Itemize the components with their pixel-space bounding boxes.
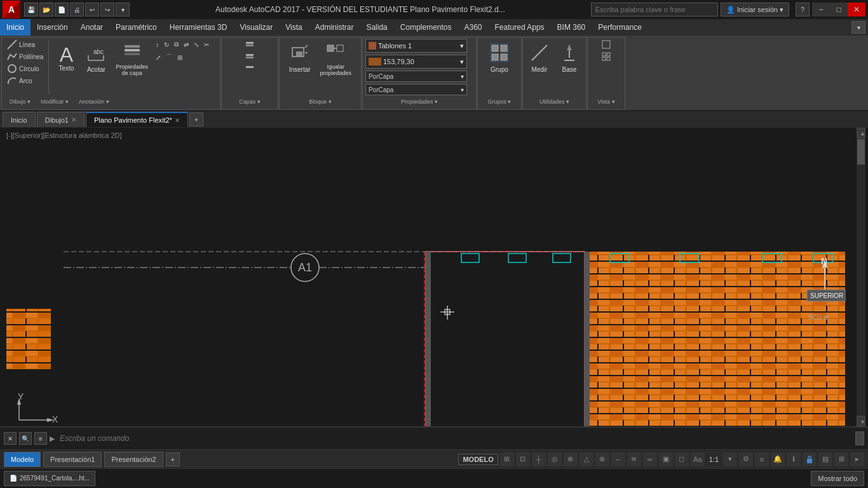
vista-btn1[interactable] — [599, 39, 613, 50]
cmd-menu-btn[interactable]: ≡ — [34, 432, 47, 445]
help-btn[interactable]: ? — [796, 3, 810, 17]
tab-modelo[interactable]: Modelo — [4, 452, 41, 467]
undo-btn[interactable]: ↩ — [85, 3, 99, 17]
utilidades-label[interactable]: Utilidades ▾ — [534, 95, 574, 108]
trim-btn[interactable]: ✂ — [202, 39, 211, 50]
grupo-button[interactable]: Grupo — [485, 39, 513, 77]
autocad-logo[interactable]: A — [3, 1, 20, 18]
menu-featured-apps[interactable]: Featured Apps — [489, 19, 551, 36]
tab-close-plano[interactable]: ✕ — [175, 117, 180, 124]
statusbar-settings[interactable]: ≡ — [755, 452, 769, 466]
tab-dibujo1[interactable]: Dibujo1 ✕ — [37, 112, 85, 127]
minimize-button[interactable]: − — [812, 3, 830, 17]
tab-presentacion1[interactable]: Presentación1 — [43, 452, 102, 467]
ortho-icon[interactable]: ┼ — [532, 452, 546, 466]
texto-button[interactable]: A Texto — [52, 39, 80, 77]
menu-complementos[interactable]: Complementos — [394, 19, 458, 36]
tab-add-button[interactable]: + — [189, 112, 203, 126]
tab-inicio[interactable]: Inicio — [3, 112, 36, 127]
layer-dropdown[interactable]: Tablones 1 ▾ — [365, 39, 467, 53]
cmd-search-btn[interactable]: 🔍 — [19, 432, 32, 445]
search-input[interactable] — [591, 3, 718, 17]
vista-label[interactable]: Vista ▾ — [592, 95, 620, 108]
dyn-icon[interactable]: ≋ — [627, 452, 641, 466]
close-button[interactable]: ✕ — [848, 3, 865, 17]
sign-in-button[interactable]: 👤 Iniciar sesión ▾ — [721, 3, 789, 17]
ucs-icon[interactable]: ↔ — [611, 452, 625, 466]
print-btn[interactable]: 🖨 — [70, 3, 84, 17]
grid-icon[interactable]: ⊞ — [500, 452, 514, 466]
menu-insercion[interactable]: Inserción — [31, 19, 74, 36]
command-scrollbar[interactable] — [855, 431, 864, 445]
bloque-label[interactable]: Bloque ▾ — [304, 95, 337, 108]
notifications-icon[interactable]: 🔔 — [771, 452, 785, 466]
menu-performance[interactable]: Performance — [592, 19, 648, 36]
mirror-btn[interactable]: ⇌ — [182, 39, 191, 50]
medir-button[interactable]: Medir — [526, 39, 553, 77]
menu-inicio[interactable]: Inicio — [0, 19, 31, 36]
capas-label[interactable]: Capas ▾ — [234, 95, 266, 108]
menu-a360[interactable]: A360 — [458, 19, 489, 36]
insertar-button[interactable]: Insertar — [285, 39, 315, 77]
misc-btn[interactable]: ▾ — [116, 3, 130, 17]
menu-salida[interactable]: Salida — [360, 19, 393, 36]
copy-btn[interactable]: ⧉ — [172, 39, 180, 50]
circulo-button[interactable]: Círculo — [4, 63, 45, 74]
viewport-menu-icon[interactable]: ▤ — [818, 452, 832, 466]
tab-plano-pavimento[interactable]: Plano Pavimento Flexit2* ✕ — [86, 112, 188, 127]
anotacion-label[interactable]: Anotación ▾ — [74, 95, 114, 108]
lock-icon[interactable] — [803, 452, 817, 466]
snap-icon[interactable]: ⊡ — [516, 452, 530, 466]
extend-btn[interactable]: ⤢ — [154, 51, 163, 63]
menu-herramientas3d[interactable]: Herramientas 3D — [163, 19, 234, 36]
quick-save-btn[interactable]: 💾 — [24, 3, 38, 17]
menu-bim360[interactable]: BIM 360 — [551, 19, 592, 36]
expand-icon[interactable]: ▸ — [850, 452, 864, 466]
move-btn[interactable]: ↕ — [154, 39, 161, 50]
linetype1-row[interactable]: PorCapa ▾ — [365, 71, 467, 82]
mostrar-todo-button[interactable]: Mostrar todo — [811, 471, 864, 486]
ribbon-toggle-btn[interactable]: ▾ — [851, 21, 865, 34]
annotation-scale-icon[interactable]: ▾ — [723, 452, 737, 466]
add-layout-button[interactable]: + — [166, 452, 180, 466]
scale-btn[interactable]: ⤡ — [192, 39, 201, 50]
capas-btn1[interactable] — [243, 39, 257, 50]
osnap-icon[interactable]: ⊕ — [564, 452, 578, 466]
command-input[interactable] — [60, 434, 853, 443]
acotar-button[interactable]: abc Acotar — [82, 39, 110, 77]
grupos-label[interactable]: Grupos ▾ — [482, 95, 516, 108]
lineweight-icon[interactable]: ═ — [643, 452, 657, 466]
menu-visualizar[interactable]: Visualizar — [233, 19, 279, 36]
tab-presentacion2[interactable]: Presentación2 — [104, 452, 163, 467]
new-btn[interactable]: 📄 — [55, 3, 69, 17]
polar-icon[interactable]: ◎ — [548, 452, 562, 466]
igualar-propiedades-button[interactable]: Igualarpropiedades — [316, 39, 356, 77]
rotate-btn[interactable]: ↻ — [162, 39, 171, 50]
linea-button[interactable]: Línea — [4, 39, 45, 50]
otrack-icon[interactable]: ⊗ — [595, 452, 609, 466]
menu-anotar[interactable]: Anotar — [74, 19, 109, 36]
redo-btn[interactable]: ↪ — [100, 3, 114, 17]
tab-close-dibujo1[interactable]: ✕ — [71, 116, 76, 123]
workspace-icon[interactable]: ⊞ — [834, 452, 848, 466]
propiedades-label[interactable]: Propiedades ▾ — [396, 95, 443, 108]
selection-icon[interactable]: ◻ — [675, 452, 689, 466]
maximize-button[interactable]: □ — [830, 3, 848, 17]
vista-btn2[interactable] — [599, 51, 613, 62]
fillet-btn[interactable]: ⌒ — [164, 51, 174, 63]
arco-button[interactable]: Arco — [4, 75, 45, 86]
info-icon[interactable]: ℹ — [787, 452, 801, 466]
open-btn[interactable]: 📂 — [39, 3, 53, 17]
linetype2-row[interactable]: PorCapa ▾ — [365, 84, 467, 95]
3dosnap-icon[interactable]: △ — [580, 452, 593, 466]
modificar-label[interactable]: Modificar ▾ — [36, 95, 74, 108]
capas-btn3[interactable] — [243, 63, 257, 74]
array-btn[interactable]: ⊞ — [175, 51, 184, 63]
annotation-icon[interactable]: Aa — [691, 452, 705, 466]
propiedades-capa-button[interactable]: Propiedadesde capa — [112, 39, 152, 77]
capas-btn2[interactable] — [243, 51, 257, 62]
color-dropdown[interactable]: 153,79,30 ▾ — [365, 55, 467, 69]
transparency-icon[interactable]: ▣ — [659, 452, 673, 466]
base-button[interactable]: Base — [555, 39, 583, 77]
menu-administrar[interactable]: Administrar — [309, 19, 360, 36]
